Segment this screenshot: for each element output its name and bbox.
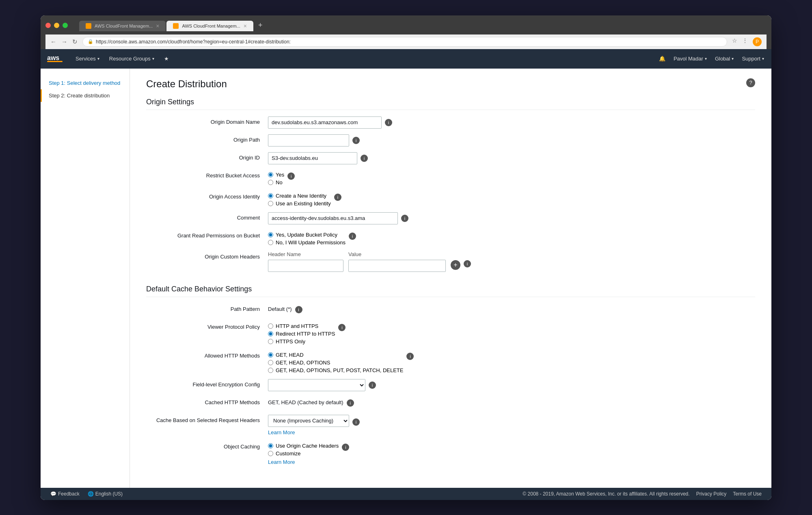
- address-bar[interactable]: 🔒 https://console.aws.amazon.com/cloudfr…: [82, 37, 727, 47]
- customize-caching-radio[interactable]: [268, 451, 273, 456]
- http-https-option[interactable]: HTTP and HTTPS: [268, 323, 335, 329]
- use-existing-identity-option[interactable]: Use an Existing Identity: [268, 200, 331, 207]
- browser-tab-1[interactable]: AWS CloudFront Managem... ×: [79, 21, 166, 31]
- restrict-bucket-access-label: Restrict Bucket Access: [146, 170, 268, 179]
- customize-caching-option[interactable]: Customize: [268, 450, 339, 457]
- browser-tab-2[interactable]: AWS CloudFront Managem... ×: [166, 21, 253, 31]
- all-methods-option[interactable]: GET, HEAD, OPTIONS, PUT, POST, PATCH, DE…: [268, 367, 403, 373]
- user-menu[interactable]: Pavol Madar ▾: [673, 54, 708, 63]
- no-update-permissions-option[interactable]: No, I Will Update Permissions: [268, 239, 346, 246]
- star-icon[interactable]: ☆: [732, 37, 737, 46]
- origin-path-input[interactable]: [268, 134, 349, 147]
- support-menu[interactable]: Support ▾: [741, 54, 765, 63]
- origin-access-identity-info-icon[interactable]: i: [334, 194, 341, 201]
- get-head-radio[interactable]: [268, 352, 273, 358]
- close-window-button[interactable]: [45, 23, 51, 28]
- new-tab-button[interactable]: +: [254, 19, 267, 31]
- origin-path-info-icon[interactable]: i: [352, 137, 360, 144]
- cache-based-on-headers-row: Cache Based on Selected Request Headers …: [146, 415, 755, 435]
- object-caching-learn-more-link[interactable]: Learn More: [268, 459, 295, 465]
- path-pattern-label: Path Pattern: [146, 304, 268, 312]
- origin-custom-headers-info-icon[interactable]: i: [464, 260, 471, 267]
- origin-domain-name-info-icon[interactable]: i: [385, 119, 392, 126]
- field-level-encryption-label: Field-level Encryption Config: [146, 379, 268, 388]
- sidebar-step-2[interactable]: Step 2: Create distribution: [41, 89, 130, 102]
- privacy-policy-link[interactable]: Privacy Policy: [696, 491, 727, 497]
- use-origin-cache-option[interactable]: Use Origin Cache Headers: [268, 443, 339, 449]
- yes-update-bucket-radio[interactable]: [268, 232, 273, 237]
- cache-based-on-headers-select[interactable]: None (Improves Caching): [268, 415, 349, 427]
- origin-id-control: i: [268, 152, 755, 164]
- tab-close-2[interactable]: ×: [244, 23, 247, 29]
- feedback-button[interactable]: 💬 Feedback: [50, 491, 80, 497]
- browser-tabs: AWS CloudFront Managem... × AWS CloudFro…: [79, 19, 266, 31]
- allowed-http-methods-label: Allowed HTTP Methods: [146, 350, 268, 359]
- back-button[interactable]: ←: [50, 38, 56, 45]
- get-head-option[interactable]: GET, HEAD: [268, 352, 403, 358]
- grant-read-permissions-info-icon[interactable]: i: [349, 233, 356, 240]
- create-new-identity-radio[interactable]: [268, 193, 273, 198]
- restrict-bucket-access-yes[interactable]: Yes: [268, 172, 284, 178]
- aws-navbar: aws Services ▾ Resource Groups ▾ ★ 🔔 Pav…: [41, 49, 771, 69]
- comment-input[interactable]: [268, 212, 398, 224]
- create-new-identity-option[interactable]: Create a New Identity: [268, 193, 331, 199]
- restrict-bucket-no-radio[interactable]: [268, 180, 273, 185]
- grant-read-permissions-row: Grant Read Permissions on Bucket Yes, Up…: [146, 230, 755, 246]
- help-icon[interactable]: ?: [746, 78, 755, 87]
- use-origin-cache-radio[interactable]: [268, 443, 273, 448]
- https-only-radio[interactable]: [268, 339, 273, 344]
- object-caching-info-icon[interactable]: i: [342, 444, 349, 451]
- field-level-encryption-select[interactable]: [268, 379, 365, 391]
- resource-groups-nav-item[interactable]: Resource Groups ▾: [108, 54, 155, 63]
- cache-based-on-headers-info-icon[interactable]: i: [352, 418, 360, 426]
- redirect-https-radio[interactable]: [268, 331, 273, 336]
- yes-update-bucket-option[interactable]: Yes, Update Bucket Policy: [268, 232, 346, 238]
- comment-info-icon[interactable]: i: [401, 215, 408, 222]
- origin-id-info-icon[interactable]: i: [361, 155, 368, 162]
- notifications-button[interactable]: 🔔: [658, 54, 666, 63]
- tab-title-1: AWS CloudFront Managem...: [95, 24, 153, 28]
- use-existing-identity-radio[interactable]: [268, 201, 273, 206]
- restrict-bucket-yes-radio[interactable]: [268, 172, 273, 177]
- redirect-https-option[interactable]: Redirect HTTP to HTTPS: [268, 331, 335, 337]
- get-head-options-option[interactable]: GET, HEAD, OPTIONS: [268, 360, 403, 366]
- path-pattern-info-icon[interactable]: i: [295, 306, 302, 313]
- cache-based-on-headers-learn-more-link[interactable]: Learn More: [268, 429, 295, 435]
- region-menu[interactable]: Global ▾: [714, 54, 735, 63]
- reload-button[interactable]: ↻: [72, 38, 78, 45]
- terms-of-use-link[interactable]: Terms of Use: [733, 491, 762, 497]
- resource-groups-chevron-icon: ▾: [152, 56, 154, 61]
- origin-domain-name-input[interactable]: [268, 116, 382, 129]
- field-level-encryption-info-icon[interactable]: i: [369, 381, 376, 389]
- no-update-permissions-radio[interactable]: [268, 240, 273, 245]
- object-caching-control: Use Origin Cache Headers Customize i Lea…: [268, 441, 755, 465]
- allowed-http-methods-info-icon[interactable]: i: [406, 353, 414, 360]
- maximize-window-button[interactable]: [63, 23, 68, 28]
- viewer-protocol-policy-row: Viewer Protocol Policy HTTP and HTTPS Re…: [146, 321, 755, 345]
- cached-http-methods-label: Cached HTTP Methods: [146, 397, 268, 405]
- https-only-option[interactable]: HTTPS Only: [268, 338, 335, 345]
- add-header-button[interactable]: +: [451, 260, 460, 270]
- bookmark-icon[interactable]: ★: [163, 54, 170, 63]
- restrict-bucket-access-no[interactable]: No: [268, 179, 284, 185]
- language-selector[interactable]: 🌐 English (US): [88, 491, 123, 497]
- cached-http-methods-info-icon[interactable]: i: [347, 399, 354, 407]
- viewer-protocol-policy-info-icon[interactable]: i: [338, 324, 346, 331]
- restrict-bucket-access-info-icon[interactable]: i: [287, 172, 295, 180]
- header-name-input[interactable]: [268, 260, 343, 272]
- services-nav-item[interactable]: Services ▾: [75, 54, 100, 63]
- origin-id-input[interactable]: [268, 152, 357, 164]
- copyright-text: © 2008 - 2019, Amazon Web Services, Inc.…: [523, 491, 689, 497]
- path-pattern-control: Default (*) i: [268, 304, 755, 313]
- origin-settings-title: Origin Settings: [146, 98, 755, 110]
- get-head-options-radio[interactable]: [268, 360, 273, 365]
- http-https-radio[interactable]: [268, 323, 273, 329]
- all-methods-radio[interactable]: [268, 368, 273, 373]
- forward-button[interactable]: →: [61, 38, 67, 45]
- menu-icon[interactable]: ⋮: [742, 37, 748, 46]
- value-input[interactable]: [348, 260, 446, 272]
- field-level-encryption-row: Field-level Encryption Config i: [146, 379, 755, 391]
- tab-close-1[interactable]: ×: [156, 23, 159, 29]
- sidebar-step-1[interactable]: Step 1: Select delivery method: [41, 77, 130, 89]
- minimize-window-button[interactable]: [54, 23, 59, 28]
